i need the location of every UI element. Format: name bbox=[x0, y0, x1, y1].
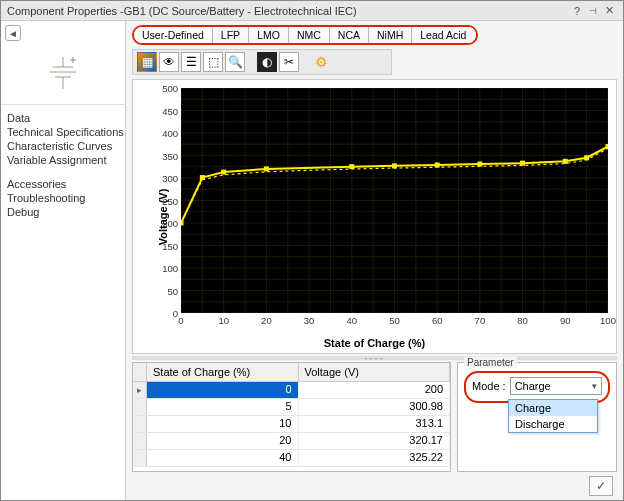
ytick: 100 bbox=[162, 263, 178, 274]
table-header: State of Charge (%) Voltage (V) bbox=[133, 363, 450, 382]
xtick: 20 bbox=[261, 315, 272, 326]
help-icon[interactable]: ? bbox=[569, 5, 585, 17]
tab-lmo[interactable]: LMO bbox=[249, 27, 289, 43]
parameter-title: Parameter bbox=[464, 357, 517, 368]
mode-selected-value: Charge bbox=[515, 380, 551, 392]
sidebar-item-troubleshooting[interactable]: Troubleshooting bbox=[7, 191, 119, 205]
mode-label: Mode : bbox=[472, 380, 506, 392]
mode-option-discharge[interactable]: Discharge bbox=[509, 416, 597, 432]
ytick: 500 bbox=[162, 83, 178, 94]
back-button[interactable]: ◄ bbox=[5, 25, 21, 41]
tab-user-defined[interactable]: User-Defined bbox=[134, 27, 213, 43]
ytick: 450 bbox=[162, 105, 178, 116]
data-table: State of Charge (%) Voltage (V) ▸0200530… bbox=[132, 362, 451, 472]
xtick: 80 bbox=[517, 315, 528, 326]
mode-combobox[interactable]: Charge ▾ bbox=[510, 377, 602, 395]
ytick: 350 bbox=[162, 150, 178, 161]
ytick: 250 bbox=[162, 195, 178, 206]
close-icon[interactable]: ✕ bbox=[601, 4, 617, 17]
ytick: 400 bbox=[162, 128, 178, 139]
row-indicator bbox=[133, 416, 147, 432]
sidebar-item-accessories[interactable]: Accessories bbox=[7, 177, 119, 191]
cell-voltage[interactable]: 320.17 bbox=[299, 433, 451, 449]
row-indicator bbox=[133, 450, 147, 466]
titlebar: Component Properties -GB1 (DC Source/Bat… bbox=[1, 1, 623, 21]
mode-option-charge[interactable]: Charge bbox=[509, 400, 597, 416]
table-body[interactable]: ▸02005300.9810313.120320.1740325.22 bbox=[133, 382, 450, 471]
eye-icon[interactable]: 👁 bbox=[159, 52, 179, 72]
table-row[interactable]: 5300.98 bbox=[133, 399, 450, 416]
splitter[interactable] bbox=[132, 356, 617, 360]
column-header-soc[interactable]: State of Charge (%) bbox=[147, 363, 299, 381]
svg-rect-51 bbox=[221, 170, 226, 175]
xtick: 100 bbox=[600, 315, 616, 326]
sidebar-item-variable-assignment[interactable]: Variable Assignment bbox=[7, 153, 119, 167]
sidebar-nav: Data Technical Specifications Characteri… bbox=[1, 105, 125, 225]
cell-soc[interactable]: 20 bbox=[147, 433, 299, 449]
contrast-icon[interactable]: ◐ bbox=[257, 52, 277, 72]
apply-button[interactable]: ✓ bbox=[589, 476, 613, 496]
chart-area: Voltage (V) State of Charge (%) 05010015… bbox=[132, 79, 617, 354]
list-icon[interactable]: ☰ bbox=[181, 52, 201, 72]
sidebar-item-data[interactable]: Data bbox=[7, 111, 119, 125]
xtick: 10 bbox=[218, 315, 229, 326]
clip-icon[interactable]: ✂ bbox=[279, 52, 299, 72]
img-icon[interactable]: ▦ bbox=[137, 52, 157, 72]
gear-icon[interactable]: ⚙ bbox=[311, 52, 331, 72]
ytick: 50 bbox=[167, 285, 178, 296]
cell-soc[interactable]: 40 bbox=[147, 450, 299, 466]
select-icon[interactable]: ⬚ bbox=[203, 52, 223, 72]
main-panel: User-Defined LFP LMO NMC NCA NiMH Lead A… bbox=[126, 21, 623, 500]
cell-soc[interactable]: 0 bbox=[147, 382, 299, 398]
cell-soc[interactable]: 10 bbox=[147, 416, 299, 432]
table-row[interactable]: 40325.22 bbox=[133, 450, 450, 467]
ytick: 300 bbox=[162, 173, 178, 184]
table-row[interactable]: ▸0200 bbox=[133, 382, 450, 399]
svg-rect-52 bbox=[264, 166, 269, 171]
mode-dropdown: Charge Discharge bbox=[508, 399, 598, 433]
row-header-blank bbox=[133, 363, 147, 381]
xtick: 50 bbox=[389, 315, 400, 326]
tab-nca[interactable]: NCA bbox=[330, 27, 369, 43]
xtick: 30 bbox=[304, 315, 315, 326]
column-header-voltage[interactable]: Voltage (V) bbox=[299, 363, 451, 381]
chevron-down-icon: ▾ bbox=[592, 381, 597, 391]
sidebar: ◄ Data Technical Specifications Characte… bbox=[1, 21, 126, 500]
xtick: 0 bbox=[178, 315, 183, 326]
xtick: 40 bbox=[347, 315, 358, 326]
row-indicator bbox=[133, 433, 147, 449]
component-symbol bbox=[1, 45, 125, 105]
cell-soc[interactable]: 5 bbox=[147, 399, 299, 415]
mode-group: Mode : Charge ▾ Charge Discharge bbox=[464, 371, 610, 403]
zoom-icon[interactable]: 🔍 bbox=[225, 52, 245, 72]
cell-voltage[interactable]: 300.98 bbox=[299, 399, 451, 415]
table-row[interactable]: 20320.17 bbox=[133, 433, 450, 450]
chart-xlabel: State of Charge (%) bbox=[133, 337, 616, 349]
row-indicator: ▸ bbox=[133, 382, 147, 398]
tab-nmc[interactable]: NMC bbox=[289, 27, 330, 43]
xtick: 70 bbox=[475, 315, 486, 326]
sidebar-item-characteristic-curves[interactable]: Characteristic Curves bbox=[7, 139, 119, 153]
chart-plot[interactable]: 0501001502002503003504004505000102030405… bbox=[181, 88, 608, 313]
tab-lead-acid[interactable]: Lead Acid bbox=[412, 27, 476, 43]
cell-voltage[interactable]: 313.1 bbox=[299, 416, 451, 432]
cell-voltage[interactable]: 325.22 bbox=[299, 450, 451, 466]
table-row[interactable]: 10313.1 bbox=[133, 416, 450, 433]
ytick: 150 bbox=[162, 240, 178, 251]
window-title: Component Properties -GB1 (DC Source/Bat… bbox=[7, 5, 357, 17]
window: Component Properties -GB1 (DC Source/Bat… bbox=[0, 0, 624, 501]
footer: ✓ bbox=[589, 476, 613, 496]
battery-symbol-icon bbox=[40, 55, 86, 95]
chart-toolbar: ▦ 👁 ☰ ⬚ 🔍 ◐ ✂ ⚙ bbox=[132, 49, 392, 75]
pin-icon[interactable]: ⊣ bbox=[585, 6, 601, 16]
curve-tabs: User-Defined LFP LMO NMC NCA NiMH Lead A… bbox=[132, 25, 478, 45]
tab-lfp[interactable]: LFP bbox=[213, 27, 249, 43]
sidebar-item-debug[interactable]: Debug bbox=[7, 205, 119, 219]
cell-voltage[interactable]: 200 bbox=[299, 382, 451, 398]
xtick: 90 bbox=[560, 315, 571, 326]
parameter-panel: Parameter Mode : Charge ▾ Charge Dischar… bbox=[457, 362, 617, 472]
tab-nimh[interactable]: NiMH bbox=[369, 27, 412, 43]
sidebar-item-tech-specs[interactable]: Technical Specifications bbox=[7, 125, 119, 139]
row-indicator bbox=[133, 399, 147, 415]
ytick: 0 bbox=[173, 308, 178, 319]
